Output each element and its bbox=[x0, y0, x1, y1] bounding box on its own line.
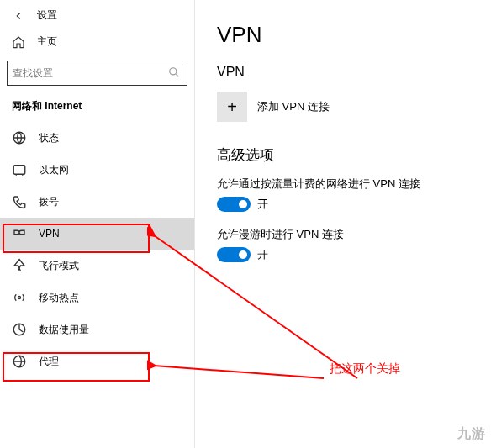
option-label: 允许漫游时进行 VPN 连接 bbox=[217, 227, 491, 242]
airplane-icon bbox=[12, 258, 27, 273]
option-metered: 允许通过按流量计费的网络进行 VPN 连接 开 bbox=[217, 177, 491, 212]
home-icon bbox=[12, 35, 25, 49]
option-roaming: 允许漫游时进行 VPN 连接 开 bbox=[217, 227, 491, 262]
plus-icon: + bbox=[227, 98, 237, 117]
add-vpn-label: 添加 VPN 连接 bbox=[257, 99, 330, 114]
nav-item-ethernet[interactable]: 以太网 bbox=[0, 154, 194, 186]
home-button[interactable]: 主页 bbox=[0, 28, 194, 55]
toggle-state: 开 bbox=[257, 247, 268, 262]
advanced-title: 高级选项 bbox=[217, 145, 491, 165]
main-content: VPN VPN + 添加 VPN 连接 高级选项 允许通过按流量计费的网络进行 … bbox=[195, 0, 491, 448]
search-icon bbox=[168, 66, 182, 80]
datausage-icon bbox=[12, 322, 27, 337]
nav-item-proxy[interactable]: 代理 bbox=[0, 345, 194, 377]
nav-label: 飞行模式 bbox=[39, 259, 79, 273]
nav-label: 代理 bbox=[39, 355, 59, 369]
toggle-state: 开 bbox=[257, 197, 268, 212]
status-icon bbox=[12, 130, 27, 145]
nav-item-vpn[interactable]: VPN bbox=[0, 218, 194, 250]
home-label: 主页 bbox=[37, 34, 57, 49]
page-title: VPN bbox=[217, 22, 491, 48]
nav-item-datausage[interactable]: 数据使用量 bbox=[0, 314, 194, 345]
nav-item-airplane[interactable]: 飞行模式 bbox=[0, 250, 194, 282]
svg-point-0 bbox=[170, 68, 177, 75]
nav-item-status[interactable]: 状态 bbox=[0, 122, 194, 154]
add-vpn-row[interactable]: + 添加 VPN 连接 bbox=[217, 92, 491, 122]
add-vpn-button[interactable]: + bbox=[217, 92, 247, 122]
annotation-text: 把这两个关掉 bbox=[330, 361, 400, 377]
nav-label: 数据使用量 bbox=[39, 323, 89, 337]
toggle-metered[interactable] bbox=[217, 197, 251, 212]
nav-item-hotspot[interactable]: 移动热点 bbox=[0, 282, 194, 314]
nav-label: 以太网 bbox=[39, 163, 69, 177]
svg-point-3 bbox=[18, 297, 21, 299]
watermark: 九游 bbox=[457, 425, 486, 443]
vpn-icon bbox=[12, 226, 27, 241]
hotspot-icon bbox=[12, 290, 27, 305]
settings-title: 设置 bbox=[37, 8, 57, 23]
back-icon[interactable] bbox=[12, 9, 25, 23]
nav-label: 状态 bbox=[39, 131, 59, 145]
sidebar: 设置 主页 网络和 Internet 状态 以太网 bbox=[0, 0, 195, 448]
toggle-roaming[interactable] bbox=[217, 247, 251, 262]
option-label: 允许通过按流量计费的网络进行 VPN 连接 bbox=[217, 177, 491, 192]
nav-label: 拨号 bbox=[39, 195, 59, 209]
ethernet-icon bbox=[12, 162, 27, 177]
nav-label: VPN bbox=[39, 228, 60, 240]
nav-label: 移动热点 bbox=[39, 291, 79, 305]
category-header: 网络和 Internet bbox=[0, 94, 194, 122]
nav-item-dialup[interactable]: 拨号 bbox=[0, 186, 194, 218]
search-box[interactable] bbox=[7, 61, 187, 86]
dialup-icon bbox=[12, 194, 27, 209]
section-vpn: VPN bbox=[217, 65, 491, 80]
titlebar: 设置 bbox=[0, 0, 194, 28]
nav-list: 状态 以太网 拨号 VPN 飞行模式 移动热点 bbox=[0, 122, 194, 377]
svg-rect-2 bbox=[13, 166, 25, 175]
search-input[interactable] bbox=[13, 67, 168, 79]
proxy-icon bbox=[12, 354, 27, 369]
